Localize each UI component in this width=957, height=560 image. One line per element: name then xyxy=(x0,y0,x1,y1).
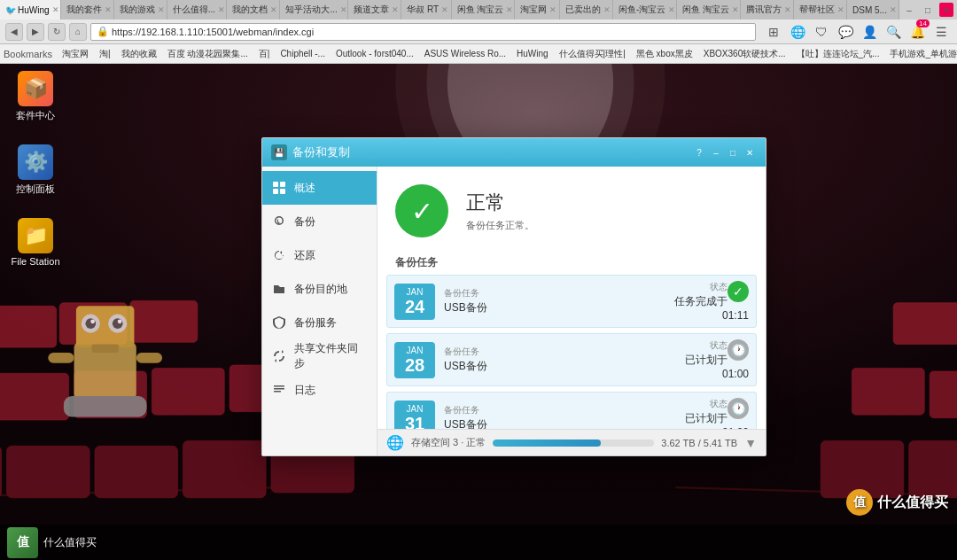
browser-tab-bar: 🐦 HuWing ✕ 我的套件 ✕ 我的游戏 ✕ 什么值得... ✕ 我的文档 … xyxy=(0,0,957,19)
browser-close-btn[interactable]: ✕ xyxy=(939,3,953,17)
sidebar-overview[interactable]: 概述 xyxy=(262,171,377,205)
bookmark-outlook[interactable]: Outlook - forst040... xyxy=(331,47,418,60)
tab-dsm[interactable]: DSM 5... ✕ xyxy=(847,0,899,19)
browser-minimize-btn[interactable]: – xyxy=(902,3,916,17)
tab-close-icon[interactable]: ✕ xyxy=(218,5,225,14)
bookmark-bai[interactable]: 百| xyxy=(254,46,275,62)
sidebar-log[interactable]: 日志 xyxy=(262,373,377,407)
tab-close-icon[interactable]: ✕ xyxy=(837,5,844,14)
taskbar-logo[interactable]: 值 xyxy=(7,527,38,558)
search-icon-btn[interactable]: 🔍 xyxy=(883,21,904,43)
browser-maximize-btn[interactable]: □ xyxy=(921,3,935,17)
tab-xianyu3[interactable]: 闲鱼 淘宝云 ✕ xyxy=(677,0,741,19)
bookmark-chiphell[interactable]: Chiphell -... xyxy=(276,47,330,60)
tab-rt[interactable]: 华叔 RT ✕ xyxy=(401,0,451,19)
bookmark-huwing[interactable]: HuWing xyxy=(512,47,553,60)
bookmark-xbox1[interactable]: 黑色 xbox黑皮 xyxy=(632,46,697,62)
tab-close-icon[interactable]: ✕ xyxy=(784,5,791,14)
task-item-jan31[interactable]: Jan 31 备份任务 USB备份 🕐 状态 已计划于 01:00 xyxy=(386,392,757,429)
bookmark-dongman[interactable]: 百度 动漫花园聚集... xyxy=(163,46,253,62)
url-input[interactable]: 🔒 https://192.168.1.110:15001/webman/ind… xyxy=(90,23,756,41)
watermark: 值 什么值得买 xyxy=(846,489,948,516)
tab-zhihu2[interactable]: 知乎活动大... ✕ xyxy=(280,0,348,19)
watermark-text: 什么值得买 xyxy=(877,494,948,512)
tab-close-icon[interactable]: ✕ xyxy=(340,5,347,14)
task-day-jan28: 28 xyxy=(405,355,424,375)
app-center-icon[interactable]: 📦 套件中心 xyxy=(9,71,62,122)
dialog-body: 概述 备份 还原 备份 xyxy=(262,167,766,455)
tab-close-icon[interactable]: ✕ xyxy=(549,5,556,14)
bookmark-games[interactable]: 手机游戏_单机游戏 xyxy=(885,46,957,62)
task-item-jan24[interactable]: Jan 24 备份任务 USB备份 ✓ 状态 任务完成于 01:11 xyxy=(386,275,757,328)
tab-close-icon[interactable]: ✕ xyxy=(506,5,513,14)
tab-close-icon[interactable]: ✕ xyxy=(270,5,277,14)
task-day-jan24: 24 xyxy=(405,297,424,316)
tab-my-apps[interactable]: 我的套件 ✕ xyxy=(61,0,114,19)
shield-icon[interactable]: 🛡 xyxy=(811,21,832,43)
control-panel-icon[interactable]: ⚙️ 控制面板 xyxy=(9,144,62,196)
tab-xianyu2[interactable]: 闲鱼-淘宝云 ✕ xyxy=(613,0,677,19)
app-center-label: 套件中心 xyxy=(16,109,55,122)
tab-taobao[interactable]: 淘宝网 ✕ xyxy=(515,0,560,19)
dialog-minimize-btn[interactable]: – xyxy=(709,145,723,159)
sidebar-restore[interactable]: 还原 xyxy=(262,238,377,272)
tab-my-games[interactable]: 我的游戏 ✕ xyxy=(114,0,167,19)
dialog-close-btn[interactable]: ✕ xyxy=(743,145,757,159)
tab-sold[interactable]: 已卖出的 ✕ xyxy=(560,0,613,19)
bookmark-asus[interactable]: ASUS Wireless Ro... xyxy=(420,47,510,60)
refresh-button[interactable]: ↻ xyxy=(48,23,66,41)
task-details-jan24: 备份任务 USB备份 xyxy=(444,287,657,315)
status-subtitle: 备份任务正常。 xyxy=(466,219,534,232)
back-button[interactable]: ◀ xyxy=(5,23,23,41)
tab-tencent[interactable]: 腾讯官方 ✕ xyxy=(741,0,794,19)
bookmark-bar2[interactable]: 淘| xyxy=(95,46,115,62)
tab-docs[interactable]: 我的文档 ✕ xyxy=(227,0,280,19)
tab-close-icon[interactable]: ✕ xyxy=(668,5,675,14)
bookmark-smzdm[interactable]: 什么值得买|理性| xyxy=(555,46,630,62)
tab-close-icon[interactable]: ✕ xyxy=(441,5,448,14)
overview-label: 概述 xyxy=(294,181,315,196)
tab-close-icon[interactable]: ✕ xyxy=(392,5,399,14)
task-month-jan24: Jan xyxy=(407,287,424,297)
dialog-sidebar: 概述 备份 还原 备份 xyxy=(262,167,377,455)
tab-close-icon[interactable]: ✕ xyxy=(52,5,59,14)
menu-icon[interactable]: ☰ xyxy=(930,21,952,43)
bookmark-forum[interactable]: 【吐】连连论坛_汽... xyxy=(792,46,884,62)
bookmark-xbox2[interactable]: XBOX360软硬技术... xyxy=(699,46,790,62)
dialog-help-btn[interactable]: ? xyxy=(692,145,706,159)
forward-button[interactable]: ▶ xyxy=(27,23,44,41)
tab-bbs[interactable]: 帮帮社区 ✕ xyxy=(794,0,847,19)
tab-close-icon[interactable]: ✕ xyxy=(890,5,897,14)
tab-xianyu1[interactable]: 闲鱼 淘宝云 ✕ xyxy=(452,0,516,19)
tab-channel[interactable]: 频道文章 ✕ xyxy=(348,0,401,19)
grid-icon[interactable]: ⊞ xyxy=(763,21,784,43)
backup-restore-dialog: 💾 备份和复制 ? – □ ✕ 概述 备份 xyxy=(261,137,766,456)
dialog-maximize-btn[interactable]: □ xyxy=(726,145,740,159)
storage-expand-icon[interactable]: ▼ xyxy=(744,436,757,450)
tab-zhihu[interactable]: 什么值得... ✕ xyxy=(167,0,228,19)
overview-icon xyxy=(271,180,287,196)
taskbar: 值 什么值得买 xyxy=(0,525,957,560)
sidebar-backup-service[interactable]: 备份服务 xyxy=(262,306,377,339)
home-button[interactable]: ⌂ xyxy=(69,23,87,41)
task-item-jan28[interactable]: Jan 28 备份任务 USB备份 🕐 状态 已计划于 01:00 xyxy=(386,333,757,386)
tab-huwing[interactable]: 🐦 HuWing ✕ xyxy=(0,0,61,19)
url-text: https://192.168.1.110:15001/webman/index… xyxy=(112,27,314,37)
tab-close-icon[interactable]: ✕ xyxy=(105,5,112,14)
sidebar-shared-sync[interactable]: 共享文件夹同步 xyxy=(262,339,377,373)
sidebar-backup[interactable]: 备份 xyxy=(262,205,377,238)
chat-icon[interactable]: 💬 xyxy=(835,21,856,43)
svg-rect-41 xyxy=(273,182,278,187)
tab-close-icon[interactable]: ✕ xyxy=(158,5,165,14)
sidebar-destination[interactable]: 备份目的地 xyxy=(262,272,377,306)
browser-icon[interactable]: 🌐 xyxy=(787,21,808,43)
tab-close-icon[interactable]: ✕ xyxy=(603,5,611,14)
status-ok-icon: ✓ xyxy=(395,184,448,237)
task-day-jan31: 31 xyxy=(405,414,424,430)
file-station-icon[interactable]: 📁 File Station xyxy=(9,218,62,267)
bookmark-taobao[interactable]: 淘宝网 xyxy=(58,46,93,62)
tab-close-icon[interactable]: ✕ xyxy=(732,5,739,14)
person-icon[interactable]: 👤 xyxy=(859,21,880,43)
bookmark-favorites[interactable]: 我的收藏 xyxy=(117,46,161,62)
notification-icon[interactable]: 🔔 14 xyxy=(906,21,928,43)
